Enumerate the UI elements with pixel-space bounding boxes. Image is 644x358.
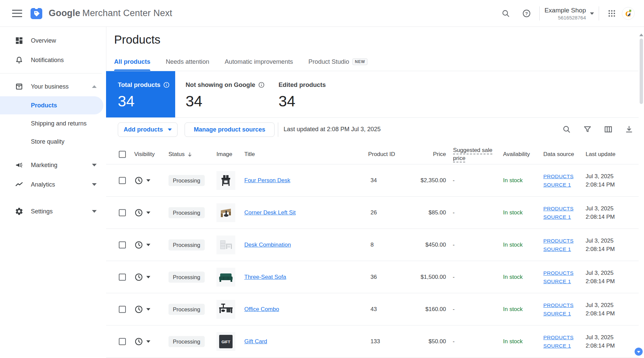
sidebar-item-settings[interactable]: Settings xyxy=(0,202,106,221)
expand-caret-icon[interactable] xyxy=(92,183,97,186)
suggested-sale-price-value: - xyxy=(453,306,455,313)
data-source-link-line2[interactable]: SOURCE 1 xyxy=(543,213,574,221)
row-checkbox[interactable] xyxy=(119,338,126,345)
last-update-time: 2:08:14 PM xyxy=(586,309,615,318)
row-checkbox[interactable] xyxy=(119,241,126,248)
card-value: 34 xyxy=(279,93,366,110)
sidebar-item-label: Analytics xyxy=(31,181,55,188)
data-source-link-line2[interactable]: SOURCE 1 xyxy=(543,277,574,286)
row-checkbox[interactable] xyxy=(119,209,126,216)
sidebar-item-marketing[interactable]: Marketing xyxy=(0,155,106,175)
product-id-value: 26 xyxy=(370,209,377,216)
last-update-date: Jul 3, 2025 xyxy=(586,269,615,277)
scroll-down-button[interactable] xyxy=(635,348,643,356)
scrollbar-thumb[interactable] xyxy=(640,39,643,104)
visibility-cell[interactable] xyxy=(134,272,150,282)
visibility-caret-icon[interactable] xyxy=(146,340,150,343)
sidebar-item-label: Marketing xyxy=(31,162,57,169)
apps-grid-icon[interactable] xyxy=(604,5,620,21)
product-title-link[interactable]: Office Combo xyxy=(244,306,279,312)
price-value: $160.00 xyxy=(408,306,446,313)
visibility-cell[interactable] xyxy=(134,305,150,314)
row-checkbox[interactable] xyxy=(119,306,126,313)
tab-product-studio[interactable]: Product Studio NEW xyxy=(308,58,367,71)
visibility-caret-icon[interactable] xyxy=(146,179,150,182)
data-source-link-line1[interactable]: PRODUCTS xyxy=(543,269,574,277)
tab-automatic-improvements[interactable]: Automatic improvements xyxy=(225,58,293,71)
availability-value: In stock xyxy=(503,242,523,248)
info-icon[interactable] xyxy=(163,82,170,88)
data-source-link-line2[interactable]: SOURCE 1 xyxy=(543,309,574,318)
data-source-link-line2[interactable]: SOURCE 1 xyxy=(543,342,574,350)
search-icon[interactable] xyxy=(498,5,514,21)
data-source-link-line2[interactable]: SOURCE 1 xyxy=(543,245,574,253)
manage-product-sources-button[interactable]: Manage product sources xyxy=(185,122,275,137)
column-header-status[interactable]: Status xyxy=(168,151,193,158)
last-update-cell: Jul 3, 2025 2:08:14 PM xyxy=(586,172,615,189)
sidebar-item-analytics[interactable]: Analytics xyxy=(0,175,106,194)
sidebar-item-shipping-returns[interactable]: Shipping and returns xyxy=(0,114,106,133)
clock-icon xyxy=(134,176,143,185)
select-all-checkbox[interactable] xyxy=(119,151,126,158)
suggested-sale-price-value: - xyxy=(453,177,455,184)
data-source-link-line1[interactable]: PRODUCTS xyxy=(543,237,574,245)
filter-icon[interactable] xyxy=(583,124,592,134)
merchant-center-logo-icon xyxy=(30,7,43,19)
tab-needs-attention[interactable]: Needs attention xyxy=(166,58,209,71)
price-value: $1,500.00 xyxy=(408,274,446,280)
column-header-data-source: Data source xyxy=(543,151,574,158)
data-source-link-line1[interactable]: PRODUCTS xyxy=(543,172,574,181)
add-products-button[interactable]: Add products xyxy=(118,122,178,137)
data-source-link-line1[interactable]: PRODUCTS xyxy=(543,204,574,213)
collapse-caret-icon[interactable] xyxy=(92,85,97,88)
visibility-caret-icon[interactable] xyxy=(146,211,150,214)
account-switcher[interactable]: Example Shop 5616528764 xyxy=(544,7,594,20)
product-image: GIFT xyxy=(216,332,235,351)
visibility-caret-icon[interactable] xyxy=(146,276,150,278)
sidebar-item-products[interactable]: Products xyxy=(0,96,103,114)
columns-icon[interactable] xyxy=(603,124,613,134)
sidebar-item-label: Notifications xyxy=(31,57,64,64)
data-source-link-line1[interactable]: PRODUCTS xyxy=(543,333,574,342)
visibility-caret-icon[interactable] xyxy=(146,244,150,246)
table-row: Processing GIFT Gift Card 133 $50.00 - I… xyxy=(106,325,644,358)
product-title-link[interactable]: Gift Card xyxy=(244,338,267,345)
data-source-link-line1[interactable]: PRODUCTS xyxy=(543,301,574,309)
sidebar-item-notifications[interactable]: Notifications xyxy=(0,50,106,70)
scrollbar-up-arrow[interactable] xyxy=(639,34,643,36)
table-row: Processing Three-Seat Sofa 36 $1,500.00 … xyxy=(106,261,644,293)
avatar[interactable]: C xyxy=(622,7,635,20)
visibility-cell[interactable] xyxy=(134,208,150,217)
visibility-cell[interactable] xyxy=(134,240,150,249)
sidebar-item-your-business[interactable]: Your business xyxy=(0,77,106,96)
sidebar-item-store-quality[interactable]: Store quality xyxy=(0,133,106,151)
price-value: $2,350.00 xyxy=(408,177,446,184)
download-icon[interactable] xyxy=(624,124,634,134)
card-total-products[interactable]: Total products 34 xyxy=(106,71,175,117)
info-icon[interactable] xyxy=(258,82,265,88)
row-checkbox[interactable] xyxy=(119,273,126,280)
last-update-cell: Jul 3, 2025 2:08:14 PM xyxy=(586,333,615,350)
card-label: Total products xyxy=(118,81,160,89)
sidebar-item-overview[interactable]: Overview xyxy=(0,31,106,50)
expand-caret-icon[interactable] xyxy=(92,164,97,166)
data-source-link-line2[interactable]: SOURCE 1 xyxy=(543,181,574,189)
expand-caret-icon[interactable] xyxy=(92,210,97,213)
table-search-icon[interactable] xyxy=(562,124,571,134)
card-edited-products[interactable]: Edited products 34 xyxy=(279,71,366,117)
tab-all-products[interactable]: All products xyxy=(114,58,150,71)
visibility-caret-icon[interactable] xyxy=(146,308,150,310)
product-id-value: 36 xyxy=(370,274,377,280)
help-icon[interactable]: ? xyxy=(518,5,535,21)
menu-icon[interactable] xyxy=(12,10,22,17)
product-title-link[interactable]: Four Person Desk xyxy=(244,177,290,184)
svg-text:?: ? xyxy=(525,11,528,16)
visibility-cell[interactable] xyxy=(134,176,150,185)
card-not-showing[interactable]: Not showing on Google 34 xyxy=(175,71,279,117)
product-title-link[interactable]: Desk Combination xyxy=(244,242,291,248)
visibility-cell[interactable] xyxy=(134,337,150,346)
product-title-link[interactable]: Corner Desk Left Sit xyxy=(244,209,296,216)
column-header-suggested-sale-price[interactable]: Suggested sale price xyxy=(453,146,493,162)
row-checkbox[interactable] xyxy=(119,177,126,184)
product-title-link[interactable]: Three-Seat Sofa xyxy=(244,274,286,280)
